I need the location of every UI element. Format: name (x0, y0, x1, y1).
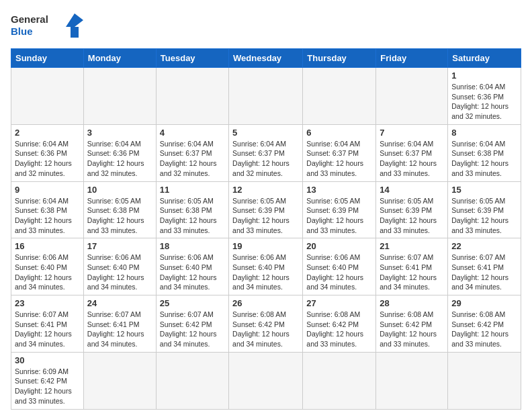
calendar-empty (229, 68, 303, 125)
day-info: Sunrise: 6:04 AMSunset: 6:36 PMDaylight:… (451, 82, 517, 122)
day-info: Sunrise: 6:06 AMSunset: 6:40 PMDaylight:… (15, 253, 80, 292)
day-info: Sunrise: 6:05 AMSunset: 6:39 PMDaylight:… (232, 196, 299, 236)
calendar-day-11: 11Sunrise: 6:05 AMSunset: 6:38 PMDayligh… (156, 181, 228, 238)
day-info: Sunrise: 6:05 AMSunset: 6:39 PMDaylight:… (451, 196, 517, 236)
calendar-empty (376, 68, 448, 125)
calendar-day-25: 25Sunrise: 6:07 AMSunset: 6:42 PMDayligh… (156, 295, 228, 353)
day-number: 22 (451, 241, 517, 251)
day-number: 19 (232, 241, 299, 251)
day-info: Sunrise: 6:04 AMSunset: 6:36 PMDaylight:… (15, 139, 80, 179)
calendar-day-27: 27Sunrise: 6:08 AMSunset: 6:42 PMDayligh… (303, 295, 376, 353)
day-info: Sunrise: 6:04 AMSunset: 6:38 PMDaylight:… (451, 139, 517, 179)
day-info: Sunrise: 6:09 AMSunset: 6:42 PMDaylight:… (15, 367, 80, 406)
day-number: 5 (232, 128, 299, 138)
calendar-day-15: 15Sunrise: 6:05 AMSunset: 6:39 PMDayligh… (448, 181, 521, 238)
calendar-day-10: 10Sunrise: 6:05 AMSunset: 6:38 PMDayligh… (83, 181, 156, 238)
day-info: Sunrise: 6:05 AMSunset: 6:38 PMDaylight:… (87, 196, 152, 236)
calendar-empty (376, 352, 448, 409)
calendar-day-20: 20Sunrise: 6:06 AMSunset: 6:40 PMDayligh… (303, 238, 376, 295)
day-info: Sunrise: 6:07 AMSunset: 6:42 PMDaylight:… (160, 310, 225, 349)
generalblue-logo: General Blue (11, 11, 85, 40)
weekday-wednesday: Wednesday (229, 49, 303, 68)
day-number: 26 (232, 298, 299, 308)
calendar-day-18: 18Sunrise: 6:06 AMSunset: 6:40 PMDayligh… (156, 238, 228, 295)
calendar-empty (11, 68, 84, 125)
calendar-day-26: 26Sunrise: 6:08 AMSunset: 6:42 PMDayligh… (229, 295, 303, 353)
calendar-day-21: 21Sunrise: 6:07 AMSunset: 6:41 PMDayligh… (376, 238, 448, 295)
weekday-sunday: Sunday (11, 49, 84, 68)
calendar-empty (156, 352, 228, 409)
day-number: 14 (380, 185, 444, 195)
weekday-tuesday: Tuesday (156, 49, 228, 68)
calendar-day-9: 9Sunrise: 6:04 AMSunset: 6:38 PMDaylight… (11, 181, 84, 238)
day-info: Sunrise: 6:07 AMSunset: 6:41 PMDaylight:… (451, 253, 517, 292)
calendar-week-1: 2Sunrise: 6:04 AMSunset: 6:36 PMDaylight… (11, 124, 521, 181)
day-number: 16 (15, 241, 80, 251)
day-info: Sunrise: 6:04 AMSunset: 6:36 PMDaylight:… (87, 139, 152, 179)
day-number: 23 (15, 298, 80, 308)
calendar-day-17: 17Sunrise: 6:06 AMSunset: 6:40 PMDayligh… (83, 238, 156, 295)
day-info: Sunrise: 6:08 AMSunset: 6:42 PMDaylight:… (232, 310, 299, 349)
day-info: Sunrise: 6:06 AMSunset: 6:40 PMDaylight:… (87, 253, 152, 292)
day-number: 21 (380, 241, 444, 251)
day-number: 28 (380, 298, 444, 308)
calendar-day-3: 3Sunrise: 6:04 AMSunset: 6:36 PMDaylight… (83, 124, 156, 181)
weekday-saturday: Saturday (448, 49, 521, 68)
calendar-day-28: 28Sunrise: 6:08 AMSunset: 6:42 PMDayligh… (376, 295, 448, 353)
calendar-week-0: 1Sunrise: 6:04 AMSunset: 6:36 PMDaylight… (11, 68, 521, 125)
calendar-week-2: 9Sunrise: 6:04 AMSunset: 6:38 PMDaylight… (11, 181, 521, 238)
calendar-week-4: 23Sunrise: 6:07 AMSunset: 6:41 PMDayligh… (11, 295, 521, 353)
calendar-day-30: 30Sunrise: 6:09 AMSunset: 6:42 PMDayligh… (11, 352, 84, 409)
weekday-monday: Monday (83, 49, 156, 68)
calendar-empty (303, 68, 376, 125)
calendar-day-2: 2Sunrise: 6:04 AMSunset: 6:36 PMDaylight… (11, 124, 84, 181)
day-info: Sunrise: 6:04 AMSunset: 6:37 PMDaylight:… (232, 139, 299, 179)
day-number: 25 (160, 298, 225, 308)
day-number: 18 (160, 241, 225, 251)
calendar-day-5: 5Sunrise: 6:04 AMSunset: 6:37 PMDaylight… (229, 124, 303, 181)
day-info: Sunrise: 6:07 AMSunset: 6:41 PMDaylight:… (15, 310, 80, 349)
day-number: 2 (15, 128, 80, 138)
day-number: 17 (87, 241, 152, 251)
day-info: Sunrise: 6:06 AMSunset: 6:40 PMDaylight:… (232, 253, 299, 292)
day-info: Sunrise: 6:04 AMSunset: 6:37 PMDaylight:… (306, 139, 372, 179)
day-info: Sunrise: 6:08 AMSunset: 6:42 PMDaylight:… (451, 310, 517, 349)
day-number: 15 (451, 185, 517, 195)
calendar-empty (303, 352, 376, 409)
page-header: General Blue (11, 11, 521, 40)
day-info: Sunrise: 6:04 AMSunset: 6:37 PMDaylight:… (380, 139, 444, 179)
calendar-day-14: 14Sunrise: 6:05 AMSunset: 6:39 PMDayligh… (376, 181, 448, 238)
day-number: 4 (160, 128, 225, 138)
day-info: Sunrise: 6:04 AMSunset: 6:38 PMDaylight:… (15, 196, 80, 236)
calendar-day-29: 29Sunrise: 6:08 AMSunset: 6:42 PMDayligh… (448, 295, 521, 353)
calendar-empty (83, 352, 156, 409)
weekday-header-row: SundayMondayTuesdayWednesdayThursdayFrid… (11, 49, 521, 68)
calendar-day-8: 8Sunrise: 6:04 AMSunset: 6:38 PMDaylight… (448, 124, 521, 181)
calendar-day-1: 1Sunrise: 6:04 AMSunset: 6:36 PMDaylight… (448, 68, 521, 125)
day-info: Sunrise: 6:08 AMSunset: 6:42 PMDaylight:… (380, 310, 444, 349)
day-info: Sunrise: 6:07 AMSunset: 6:41 PMDaylight:… (380, 253, 444, 292)
calendar-day-12: 12Sunrise: 6:05 AMSunset: 6:39 PMDayligh… (229, 181, 303, 238)
day-info: Sunrise: 6:04 AMSunset: 6:37 PMDaylight:… (160, 139, 225, 179)
day-info: Sunrise: 6:06 AMSunset: 6:40 PMDaylight:… (160, 253, 225, 292)
calendar-table: SundayMondayTuesdayWednesdayThursdayFrid… (11, 48, 521, 410)
calendar-empty (229, 352, 303, 409)
day-number: 24 (87, 298, 152, 308)
day-number: 12 (232, 185, 299, 195)
calendar-week-5: 30Sunrise: 6:09 AMSunset: 6:42 PMDayligh… (11, 352, 521, 409)
calendar-day-16: 16Sunrise: 6:06 AMSunset: 6:40 PMDayligh… (11, 238, 84, 295)
day-number: 20 (306, 241, 372, 251)
weekday-friday: Friday (376, 49, 448, 68)
day-number: 11 (160, 185, 225, 195)
day-number: 1 (451, 71, 517, 81)
calendar-week-3: 16Sunrise: 6:06 AMSunset: 6:40 PMDayligh… (11, 238, 521, 295)
svg-text:Blue: Blue (11, 26, 33, 37)
day-info: Sunrise: 6:05 AMSunset: 6:39 PMDaylight:… (306, 196, 372, 236)
calendar-empty (448, 352, 521, 409)
day-info: Sunrise: 6:05 AMSunset: 6:39 PMDaylight:… (380, 196, 444, 236)
logo: General Blue (11, 11, 85, 40)
calendar-day-22: 22Sunrise: 6:07 AMSunset: 6:41 PMDayligh… (448, 238, 521, 295)
day-number: 29 (451, 298, 517, 308)
day-info: Sunrise: 6:08 AMSunset: 6:42 PMDaylight:… (306, 310, 372, 349)
day-number: 6 (306, 128, 372, 138)
